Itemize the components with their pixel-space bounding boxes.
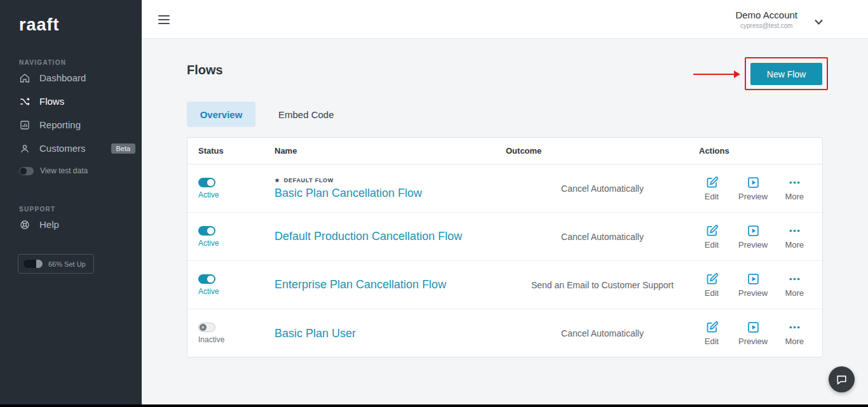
edit-icon: [705, 176, 719, 189]
sidebar-item-help[interactable]: Help: [0, 213, 142, 236]
setup-progress-pill: [24, 260, 43, 268]
more-label: More: [785, 192, 804, 201]
new-flow-button[interactable]: New Flow: [750, 63, 822, 85]
edit-icon: [705, 224, 719, 237]
chevron-down-icon[interactable]: [815, 16, 823, 27]
customers-icon: [19, 143, 31, 154]
flows-icon: [19, 96, 31, 107]
tab-embed-code[interactable]: Embed Code: [269, 102, 343, 127]
preview-label: Preview: [738, 192, 768, 201]
sidebar-item-customers[interactable]: Customers Beta: [0, 137, 142, 160]
edit-label: Edit: [705, 337, 719, 346]
home-icon: [19, 72, 31, 84]
flow-name-link[interactable]: Default Production Cancellation Flow: [275, 230, 462, 243]
page-title: Flows: [187, 63, 223, 77]
header-status: Status: [198, 146, 275, 156]
preview-action[interactable]: Preview: [738, 176, 768, 201]
beta-badge: Beta: [111, 143, 136, 154]
sidebar-item-reporting[interactable]: Reporting: [0, 113, 142, 137]
account-email: cypress@test.com: [735, 22, 797, 29]
edit-icon: [705, 272, 719, 286]
sidebar-item-label: Reporting: [39, 119, 81, 130]
status-label: Inactive: [198, 335, 224, 344]
preview-action[interactable]: Preview: [738, 272, 768, 298]
edit-label: Edit: [705, 240, 719, 250]
main-content: Flows New Flow Overview Embed Code Statu…: [142, 39, 868, 407]
table-row: Active Enterprise Plan Cancellation Flow…: [187, 261, 822, 309]
preview-action[interactable]: Preview: [738, 224, 768, 250]
flow-name-link[interactable]: Basic Plan User: [275, 327, 356, 340]
edit-action[interactable]: Edit: [699, 176, 724, 201]
more-action[interactable]: More: [782, 272, 807, 298]
flow-outcome: Send an Email to Customer Support: [506, 261, 699, 309]
support-section-label: SUPPORT: [0, 206, 142, 213]
view-test-data-toggle[interactable]: View test data: [0, 160, 142, 182]
preview-icon: [747, 321, 760, 334]
chat-bubble-icon: [836, 373, 848, 385]
more-label: More: [785, 288, 804, 298]
preview-label: Preview: [738, 337, 768, 346]
star-icon: ★: [275, 177, 280, 183]
header-actions: Actions: [699, 146, 822, 156]
table-row: Active ★ DEFAULT FLOW Basic Plan Cancell…: [187, 164, 822, 213]
status-toggle[interactable]: [198, 274, 215, 284]
header-name: Name: [275, 146, 506, 156]
more-action[interactable]: More: [782, 224, 807, 250]
tab-overview[interactable]: Overview: [187, 102, 255, 127]
test-data-toggle-icon[interactable]: [19, 167, 34, 175]
preview-label: Preview: [738, 288, 768, 298]
sidebar: raaft NAVIGATION Dashboard Flows Reporti…: [0, 0, 142, 407]
edit-action[interactable]: Edit: [699, 272, 724, 298]
more-action[interactable]: More: [782, 176, 807, 201]
status-toggle[interactable]: [198, 323, 215, 332]
default-flow-label: DEFAULT FLOW: [284, 177, 334, 183]
flow-name-link[interactable]: Enterprise Plan Cancellation Flow: [275, 278, 446, 291]
flows-table: Status Name Outcome Actions Active ★ DEF…: [187, 137, 823, 357]
edit-action[interactable]: Edit: [699, 321, 724, 346]
test-data-label: View test data: [40, 166, 88, 175]
preview-icon: [747, 224, 760, 237]
status-toggle[interactable]: [198, 226, 215, 236]
edit-label: Edit: [705, 192, 719, 201]
table-row: Inactive Basic Plan User Cancel Automati…: [187, 309, 822, 357]
more-dots-icon: [788, 321, 801, 334]
more-dots-icon: [788, 224, 801, 237]
flows-table-rows: Active ★ DEFAULT FLOW Basic Plan Cancell…: [187, 164, 822, 357]
flow-outcome: Cancel Automatically: [506, 309, 699, 357]
setup-progress-label: 66% Set Up: [48, 260, 86, 268]
edit-action[interactable]: Edit: [699, 224, 724, 250]
preview-icon: [747, 176, 760, 189]
edit-icon: [705, 321, 719, 334]
account-name: Demo Account: [735, 10, 797, 20]
more-action[interactable]: More: [782, 321, 807, 346]
annotation-arrow: [693, 70, 742, 79]
sidebar-item-dashboard[interactable]: Dashboard: [0, 66, 142, 90]
chat-launcher-button[interactable]: [829, 366, 855, 392]
more-label: More: [785, 240, 804, 250]
sidebar-item-label: Flows: [39, 96, 64, 107]
flow-name-link[interactable]: Basic Plan Cancellation Flow: [275, 187, 422, 200]
sidebar-item-label: Customers: [39, 143, 86, 154]
more-label: More: [785, 337, 804, 346]
edit-label: Edit: [705, 288, 719, 298]
default-flow-flag: ★ DEFAULT FLOW: [275, 177, 334, 183]
reporting-icon: [19, 119, 31, 131]
header-outcome: Outcome: [506, 146, 699, 156]
flow-outcome: Cancel Automatically: [506, 164, 699, 212]
preview-icon: [747, 272, 760, 286]
preview-label: Preview: [738, 240, 768, 250]
status-label: Active: [198, 239, 219, 248]
nav-section-label: NAVIGATION: [0, 59, 142, 66]
status-label: Active: [198, 287, 219, 296]
app-logo: raaft: [0, 0, 142, 35]
hamburger-menu-icon[interactable]: [158, 15, 170, 27]
more-dots-icon: [788, 272, 801, 286]
sidebar-item-flows[interactable]: Flows: [0, 90, 142, 113]
setup-progress[interactable]: 66% Set Up: [18, 254, 94, 274]
status-toggle[interactable]: [198, 178, 215, 187]
account-menu[interactable]: Demo Account cypress@test.com: [735, 10, 797, 29]
flow-outcome: Cancel Automatically: [506, 213, 699, 260]
preview-action[interactable]: Preview: [738, 321, 768, 346]
table-row: Active Default Production Cancellation F…: [187, 213, 822, 261]
sidebar-item-label: Help: [39, 219, 59, 230]
